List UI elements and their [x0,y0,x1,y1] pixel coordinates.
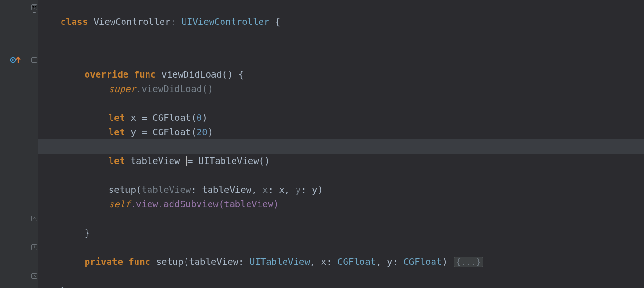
svg-point-1 [12,59,14,61]
override-marker-icon[interactable] [10,55,21,65]
keyword-func: func [134,69,156,80]
fold-toggle-setup-collapsed[interactable]: + [31,244,37,250]
class-name: ViewController [93,16,170,27]
keyword-class: class [61,16,88,27]
fold-toggle-class-close[interactable] [31,273,37,279]
keyword-self: self [109,199,131,209]
code-line[interactable]: } [38,269,66,283]
code-line[interactable]: setup(tableView: tableView, x: x, y: y) [38,168,323,182]
code-line[interactable]: private func setup(tableView: UITableVie… [38,240,484,254]
func-name: viewDidLoad [161,69,222,80]
code-line[interactable]: } [38,211,90,226]
folded-region[interactable]: {...} [454,257,483,267]
code-line[interactable]: class ViewController: UIViewController { [38,0,280,14]
gutter [0,0,30,288]
fold-strip: − − + [30,0,38,288]
code-line[interactable]: override func viewDidLoad() { [38,53,244,67]
func-name-setup: setup [156,256,184,267]
code-line[interactable]: let tableView = UITableView() [38,139,270,154]
keyword-private: private [85,256,123,267]
type-ref: UIViewController [181,16,269,27]
fold-toggle-class-open[interactable]: − [31,4,37,10]
fold-toggle-func-open[interactable]: − [31,57,37,63]
keyword-override: override [85,69,129,80]
code-editor[interactable]: class ViewController: UIViewController {… [38,0,644,288]
fold-toggle-func-close[interactable] [31,216,37,221]
text-cursor [186,156,187,166]
code-line[interactable]: let x = CGFloat(0) [38,96,208,110]
keyword-super: super [109,84,136,94]
